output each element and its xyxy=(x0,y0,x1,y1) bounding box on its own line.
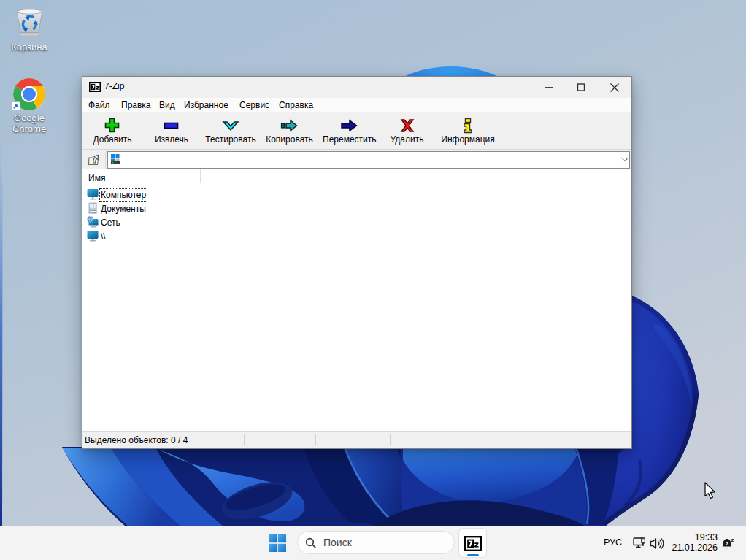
svg-text:z: z xyxy=(731,537,734,542)
svg-text:z: z xyxy=(726,540,728,547)
